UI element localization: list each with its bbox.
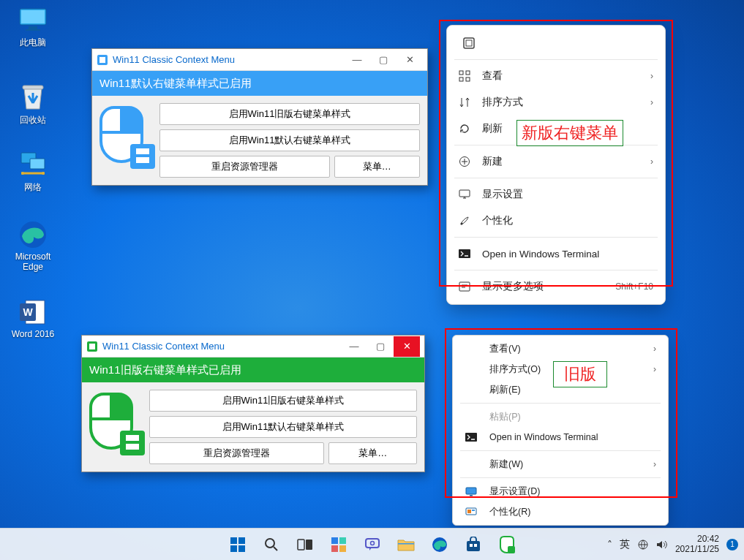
plus-icon bbox=[457, 156, 472, 167]
app-window-classic-style: Win11 Classic Context Menu — ▢ ✕ Win11旧版… bbox=[81, 335, 425, 472]
svg-rect-51 bbox=[366, 539, 379, 548]
taskbar-clock[interactable]: 20:42 2021/11/25 bbox=[675, 534, 719, 555]
word-icon: W bbox=[18, 297, 48, 328]
menu-item-new[interactable]: 新建(W) › bbox=[453, 454, 668, 474]
menu-item-label: 查看 bbox=[482, 69, 640, 83]
svg-rect-47 bbox=[331, 537, 338, 544]
svg-rect-30 bbox=[459, 190, 470, 197]
tray-network-icon[interactable] bbox=[637, 540, 649, 550]
menu-item-view[interactable]: 查看 › bbox=[447, 63, 665, 89]
menu-button[interactable]: 菜单… bbox=[328, 442, 417, 464]
menu-item-terminal[interactable]: Open in Windows Terminal bbox=[447, 241, 665, 267]
svg-rect-23 bbox=[464, 38, 474, 48]
svg-rect-43 bbox=[238, 545, 245, 552]
desktop-icon-label: 网络 bbox=[7, 181, 59, 194]
maximize-button[interactable]: ▢ bbox=[367, 336, 394, 357]
svg-rect-50 bbox=[339, 545, 346, 552]
menu-item-label: 显示更多选项 bbox=[482, 280, 605, 293]
desktop-icon-this-pc[interactable]: 此电脑 bbox=[7, 4, 59, 49]
app-icon bbox=[97, 54, 108, 66]
menu-item-sort[interactable]: 排序方式 › bbox=[447, 89, 665, 116]
svg-rect-41 bbox=[238, 537, 245, 544]
start-button[interactable] bbox=[222, 531, 253, 559]
status-strip: Win11默认右键菜单样式已启用 bbox=[92, 71, 427, 96]
minimize-button[interactable]: — bbox=[344, 50, 370, 70]
restart-explorer-button[interactable]: 重启资源管理器 bbox=[159, 156, 330, 178]
svg-rect-38 bbox=[467, 510, 471, 513]
taskbar-edge[interactable] bbox=[424, 531, 455, 559]
desktop-icon-word[interactable]: W Word 2016 bbox=[7, 297, 59, 339]
svg-rect-32 bbox=[459, 249, 470, 258]
recycle-bin-icon bbox=[18, 82, 48, 113]
menu-item-personalize[interactable]: 个性化(R) bbox=[453, 502, 668, 522]
menu-item-label: Open in Windows Terminal bbox=[489, 432, 656, 442]
desktop-icon-label: Word 2016 bbox=[7, 329, 59, 339]
menu-item-personalize[interactable]: 个性化 bbox=[447, 208, 665, 234]
app-icon bbox=[86, 341, 98, 352]
svg-rect-35 bbox=[466, 488, 476, 494]
chevron-right-icon: › bbox=[650, 71, 653, 81]
task-view-button[interactable] bbox=[290, 531, 320, 559]
clock-date: 2021/11/25 bbox=[675, 545, 719, 555]
enable-default-button[interactable]: 启用Win11默认右键菜单样式 bbox=[159, 129, 420, 151]
desktop-icon-recycle-bin[interactable]: 回收站 bbox=[7, 82, 59, 126]
svg-rect-57 bbox=[474, 544, 477, 547]
enable-default-button[interactable]: 启用Win11默认右键菜单样式 bbox=[149, 416, 417, 438]
more-options-icon bbox=[457, 281, 472, 292]
menu-item-display-settings[interactable]: 显示设置(D) bbox=[453, 481, 668, 502]
desktop-icon-edge[interactable]: Microsoft Edge bbox=[7, 219, 59, 272]
menu-item-new[interactable]: 新建 › bbox=[447, 148, 665, 175]
titlebar[interactable]: Win11 Classic Context Menu — ▢ ✕ bbox=[82, 336, 424, 357]
close-button[interactable]: ✕ bbox=[394, 336, 420, 357]
window-title: Win11 Classic Context Menu bbox=[113, 54, 235, 65]
menu-item-display-settings[interactable]: 显示设置 bbox=[447, 181, 665, 208]
svg-rect-25 bbox=[459, 71, 463, 75]
svg-point-7 bbox=[21, 172, 24, 175]
svg-rect-15 bbox=[130, 144, 155, 169]
titlebar[interactable]: Win11 Classic Context Menu — ▢ ✕ bbox=[92, 49, 427, 71]
svg-rect-45 bbox=[298, 540, 304, 550]
close-button[interactable]: ✕ bbox=[397, 50, 423, 70]
restart-explorer-button[interactable]: 重启资源管理器 bbox=[149, 442, 324, 464]
layout-icon[interactable] bbox=[457, 32, 481, 54]
menu-item-label: 显示设置(D) bbox=[489, 485, 656, 498]
menu-item-label: 新建 bbox=[482, 155, 640, 168]
widgets-button[interactable] bbox=[323, 531, 354, 559]
menu-button[interactable]: 菜单… bbox=[334, 156, 420, 178]
monitor-icon bbox=[18, 4, 48, 35]
enable-classic-button[interactable]: 启用Win11旧版右键菜单样式 bbox=[159, 103, 420, 125]
minimize-button[interactable]: — bbox=[341, 336, 367, 357]
menu-item-view[interactable]: 查看(V) › bbox=[453, 338, 668, 359]
svg-rect-21 bbox=[126, 435, 139, 441]
svg-rect-24 bbox=[466, 40, 472, 46]
mouse-icon bbox=[99, 103, 151, 164]
menu-item-more-options[interactable]: 显示更多选项 Shift+F10 bbox=[447, 273, 665, 300]
notification-badge[interactable]: 1 bbox=[726, 539, 738, 550]
svg-rect-17 bbox=[136, 157, 149, 163]
maximize-button[interactable]: ▢ bbox=[370, 50, 397, 70]
desktop-icon-label: 回收站 bbox=[7, 114, 59, 126]
svg-text:W: W bbox=[23, 306, 33, 318]
tray-chevron-up-icon[interactable]: ˄ bbox=[607, 539, 612, 550]
svg-rect-56 bbox=[470, 544, 473, 547]
chat-button[interactable] bbox=[357, 531, 388, 559]
search-button[interactable] bbox=[256, 531, 287, 559]
tray-ime[interactable]: 英 bbox=[620, 538, 630, 551]
enable-classic-button[interactable]: 启用Win11旧版右键菜单样式 bbox=[149, 390, 417, 412]
monitor-icon bbox=[463, 487, 479, 496]
chevron-right-icon: › bbox=[653, 344, 656, 354]
desktop-icon-network[interactable]: 网络 bbox=[7, 149, 59, 194]
menu-item-terminal[interactable]: Open in Windows Terminal bbox=[453, 427, 668, 447]
taskbar-app[interactable] bbox=[492, 531, 522, 559]
menu-item-label: 新建(W) bbox=[489, 458, 643, 471]
svg-rect-4 bbox=[23, 86, 43, 89]
desktop-icon-label: Microsoft Edge bbox=[7, 251, 59, 272]
status-strip: Win11旧版右键菜单样式已启用 bbox=[82, 357, 424, 382]
app-window-default-style: Win11 Classic Context Menu — ▢ ✕ Win11默认… bbox=[91, 48, 428, 186]
tray-volume-icon[interactable] bbox=[656, 540, 668, 550]
window-title: Win11 Classic Context Menu bbox=[102, 341, 225, 352]
svg-point-52 bbox=[370, 541, 374, 545]
taskbar-store[interactable] bbox=[458, 531, 489, 559]
taskbar-explorer[interactable] bbox=[391, 531, 421, 559]
terminal-icon bbox=[457, 249, 472, 258]
